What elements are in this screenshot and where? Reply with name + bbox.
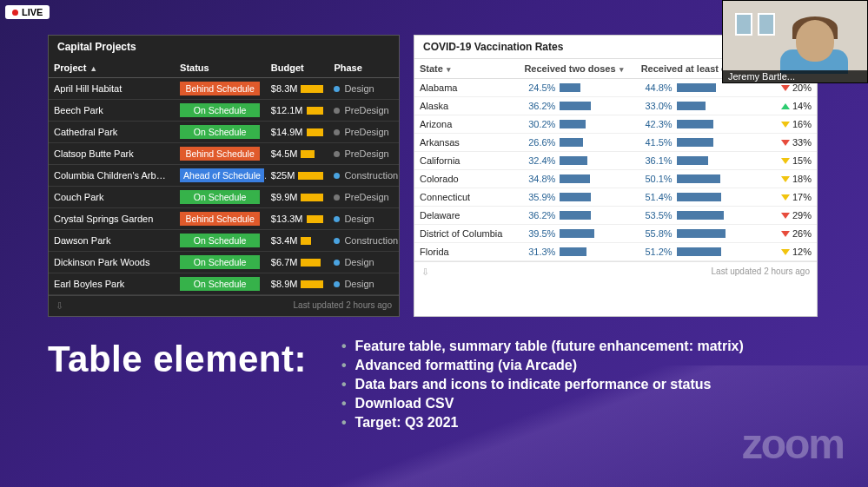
status-cell: On Schedule — [175, 252, 266, 273]
col-project[interactable]: Project▲ — [49, 58, 175, 78]
status-badge: On Schedule — [180, 277, 260, 291]
download-icon[interactable]: ⇩ — [56, 300, 63, 312]
status-cell: Behind Schedule — [175, 208, 266, 230]
table-row[interactable]: Delaware36.2%53.5%29% — [414, 207, 817, 225]
one-dose-cell: 42.3% — [636, 115, 769, 134]
bullet-dot-icon: • — [341, 415, 347, 431]
data-bar — [677, 120, 713, 128]
phase-dot-icon — [334, 129, 340, 135]
bullet-dot-icon: • — [341, 396, 347, 411]
data-bar — [560, 211, 591, 220]
table-row[interactable]: Crystal Springs GardenBehind Schedule$13… — [49, 208, 399, 230]
data-bar — [560, 102, 591, 110]
bullet-text: Feature table, summary table (future enh… — [355, 339, 744, 354]
table-row[interactable]: Dawson ParkOn Schedule$3.4MConstruction — [49, 230, 399, 252]
trend-cell: 18% — [768, 170, 817, 188]
state-name: Arkansas — [414, 134, 519, 152]
budget-cell: $12.1M — [266, 100, 329, 122]
status-cell: On Schedule — [175, 230, 266, 252]
col-status[interactable]: Status — [175, 58, 266, 78]
status-badge: Behind Schedule — [180, 212, 260, 226]
bullet-dot-icon: • — [341, 358, 347, 373]
table-row[interactable]: Alaska36.2%33.0%14% — [414, 97, 817, 115]
phase-cell: Construction — [328, 165, 399, 187]
project-name: April Hill Habitat — [49, 78, 175, 100]
data-bar — [677, 193, 721, 201]
table-row[interactable]: Beech ParkOn Schedule$12.1MPreDesign — [49, 100, 399, 122]
status-badge: Behind Schedule — [180, 147, 260, 161]
bullet-item: •Data bars and icons to indicate perform… — [341, 377, 744, 392]
col-state[interactable]: State▾ — [414, 59, 519, 79]
col-phase[interactable]: Phase — [328, 58, 399, 78]
budget-bar — [301, 280, 323, 288]
participant-name: Jeremy Bartle... — [723, 70, 867, 82]
table-row[interactable]: District of Columbia39.5%55.8%26% — [414, 225, 817, 243]
budget-bar — [307, 128, 324, 136]
data-bar — [677, 211, 724, 220]
phase-dot-icon — [334, 108, 340, 114]
table-row[interactable]: Columbia Children's ArboretumAhead of Sc… — [49, 165, 399, 187]
two-dose-cell: 30.2% — [519, 115, 635, 134]
phase-dot-icon — [334, 151, 340, 157]
phase-dot-icon — [334, 194, 340, 201]
wall-art-icon — [758, 13, 775, 36]
phase-cell: PreDesign — [328, 122, 399, 143]
bullet-item: •Feature table, summary table (future en… — [341, 339, 744, 354]
budget-bar — [301, 237, 311, 245]
data-bar — [560, 120, 586, 128]
data-bar — [677, 174, 720, 183]
download-icon[interactable]: ⇩ — [421, 267, 429, 278]
table-row[interactable]: Arizona30.2%42.3%16% — [414, 115, 817, 134]
table-row[interactable]: Dickinson Park WoodsOn Schedule$6.7MDesi… — [49, 252, 399, 273]
data-bar — [677, 247, 721, 256]
bullet-dot-icon: • — [341, 377, 347, 392]
table-row[interactable]: Arkansas26.6%41.5%33% — [414, 134, 817, 152]
two-dose-cell: 35.9% — [519, 188, 635, 207]
project-name: Crystal Springs Garden — [49, 208, 175, 230]
table-row[interactable]: Couch ParkOn Schedule$9.9MPreDesign — [49, 187, 399, 208]
one-dose-cell: 51.4% — [636, 188, 769, 207]
bullet-dot-icon: • — [341, 339, 347, 354]
status-badge: Behind Schedule — [180, 82, 260, 95]
budget-cell: $4.5M — [266, 143, 329, 165]
webcam-tile[interactable]: Jeremy Bartle... — [722, 0, 868, 83]
footer-text: Last updated 2 hours ago — [712, 267, 810, 278]
status-cell: Behind Schedule — [175, 143, 266, 165]
budget-bar — [301, 150, 315, 158]
bullet-list: •Feature table, summary table (future en… — [341, 339, 744, 434]
trend-flat-icon — [781, 176, 790, 182]
budget-cell: $8.9M — [266, 273, 329, 295]
project-name: Earl Boyles Park — [49, 273, 175, 295]
project-name: Dickinson Park Woods — [49, 252, 175, 273]
state-name: District of Columbia — [414, 225, 519, 243]
bullet-item: •Target: Q3 2021 — [341, 415, 744, 431]
status-cell: On Schedule — [175, 273, 266, 295]
table-row[interactable]: Colorado34.8%50.1%18% — [414, 170, 817, 188]
table-row[interactable]: Cathedral ParkOn Schedule$14.9MPreDesign — [49, 122, 399, 143]
phase-dot-icon — [334, 173, 340, 179]
table-row[interactable]: Connecticut35.9%51.4%17% — [414, 188, 817, 207]
budget-bar — [298, 172, 323, 180]
two-dose-cell: 39.5% — [519, 225, 635, 243]
col-two-doses[interactable]: Received two doses▾ — [519, 59, 635, 79]
data-bar — [677, 138, 713, 147]
table-row[interactable]: Florida31.3%51.2%12% — [414, 243, 817, 261]
capital-projects-table: Project▲ Status Budget Phase April Hill … — [49, 58, 399, 295]
table-row[interactable]: California32.4%36.1%15% — [414, 152, 817, 170]
one-dose-cell: 51.2% — [636, 243, 769, 261]
col-budget[interactable]: Budget — [266, 58, 329, 78]
table-row[interactable]: Clatsop Butte ParkBehind Schedule$4.5MPr… — [49, 143, 399, 165]
table-row[interactable]: April Hill HabitatBehind Schedule$8.3MDe… — [49, 78, 399, 100]
data-bar — [677, 102, 706, 110]
table-row[interactable]: Earl Boyles ParkOn Schedule$8.9MDesign — [49, 273, 399, 295]
project-name: Columbia Children's Arboretum — [49, 165, 175, 187]
trend-cell: 14% — [768, 97, 817, 115]
bullet-item: •Download CSV — [341, 396, 744, 411]
budget-cell: $13.3M — [266, 208, 329, 230]
trend-cell: 26% — [768, 225, 817, 243]
data-bar — [560, 229, 594, 238]
one-dose-cell: 33.0% — [636, 97, 769, 115]
one-dose-cell: 55.8% — [636, 225, 769, 243]
two-dose-cell: 31.3% — [519, 243, 635, 261]
bullet-text: Download CSV — [355, 396, 454, 411]
